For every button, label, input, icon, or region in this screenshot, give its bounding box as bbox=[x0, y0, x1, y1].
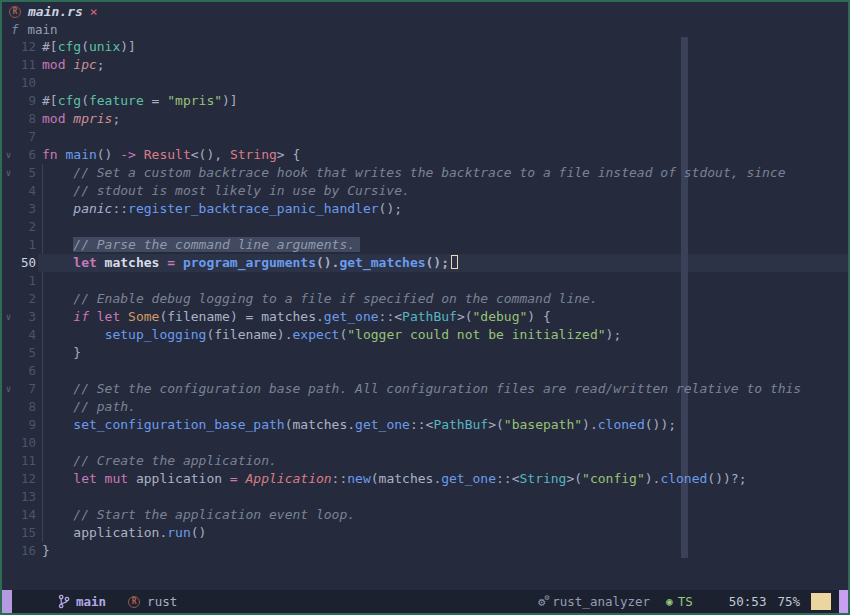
code-line[interactable]: 11 // Create the application. bbox=[2, 452, 848, 470]
code-line[interactable]: ∨5 // Set a custom backtrace hook that w… bbox=[2, 164, 848, 182]
code-text: } bbox=[36, 344, 81, 362]
code-text: let matches = program_arguments().get_ma… bbox=[36, 254, 458, 272]
function-icon: f bbox=[11, 22, 19, 37]
code-line[interactable]: 14 // Start the application event loop. bbox=[2, 506, 848, 524]
code-line[interactable]: 12#[cfg(unix)] bbox=[2, 38, 848, 56]
text-cursor bbox=[451, 255, 458, 269]
line-number: 5 bbox=[15, 344, 36, 362]
language-name: rust bbox=[147, 594, 177, 609]
code-text: // Start the application event loop. bbox=[36, 506, 355, 524]
line-number: 2 bbox=[15, 218, 36, 236]
code-line[interactable]: 7 bbox=[2, 128, 848, 146]
code-line[interactable]: 8mod mpris; bbox=[2, 110, 848, 128]
code-line[interactable]: 2 // Enable debug logging to a file if s… bbox=[2, 290, 848, 308]
lsp-name: rust_analyzer bbox=[552, 594, 650, 609]
mode-indicator-block bbox=[2, 590, 12, 613]
rust-logo-icon: R bbox=[9, 6, 21, 18]
close-icon[interactable]: × bbox=[90, 5, 98, 18]
code-text: } bbox=[36, 542, 50, 560]
line-number: 7 bbox=[15, 380, 36, 398]
line-number: 1 bbox=[15, 236, 36, 254]
code-line[interactable]: ∨7 // Set the configuration base path. A… bbox=[2, 380, 848, 398]
code-line[interactable]: ∨6fn main() -> Result<(), String> { bbox=[2, 146, 848, 164]
code-text: // Set a custom backtrace hook that writ… bbox=[36, 164, 786, 182]
line-number: 14 bbox=[15, 506, 36, 524]
line-number: 8 bbox=[15, 398, 36, 416]
code-editor[interactable]: 12#[cfg(unix)]11mod ipc;109#[cfg(feature… bbox=[2, 38, 848, 560]
code-text: fn main() -> Result<(), String> { bbox=[36, 146, 300, 164]
code-line[interactable]: 13 bbox=[2, 488, 848, 506]
line-number: 5 bbox=[15, 164, 36, 182]
tab-main-rs[interactable]: R main.rs × bbox=[9, 4, 98, 19]
code-line[interactable]: 6 bbox=[2, 362, 848, 380]
cursor-position: 50:53 bbox=[729, 594, 767, 609]
line-number: 4 bbox=[15, 326, 36, 344]
tab-bar: R main.rs × bbox=[2, 2, 848, 21]
line-number: 50 bbox=[15, 254, 36, 272]
code-text: let mut application = Application::new(m… bbox=[36, 470, 747, 488]
rust-logo-icon: R bbox=[128, 596, 140, 608]
code-line[interactable]: 9#[cfg(feature = "mpris")] bbox=[2, 92, 848, 110]
code-line[interactable]: 11mod ipc; bbox=[2, 56, 848, 74]
line-number: 16 bbox=[15, 542, 36, 560]
line-number: 10 bbox=[15, 74, 36, 92]
line-number: 1 bbox=[15, 272, 36, 290]
fold-chevron-icon[interactable]: ∨ bbox=[2, 308, 15, 326]
code-line[interactable]: 2 bbox=[2, 218, 848, 236]
code-text: set_configuration_base_path(matches.get_… bbox=[36, 416, 676, 434]
code-text: setup_logging(filename).expect("logger c… bbox=[36, 326, 621, 344]
circle-dot-icon: ◉ bbox=[666, 596, 673, 607]
code-line[interactable]: ∨3 if let Some(filename) = matches.get_o… bbox=[2, 308, 848, 326]
code-line[interactable]: 10 bbox=[2, 74, 848, 92]
tab-title: main.rs bbox=[28, 4, 83, 19]
code-text: // Parse the command line arguments. bbox=[36, 236, 355, 254]
fold-chevron-icon[interactable]: ∨ bbox=[2, 164, 15, 182]
line-number: 9 bbox=[15, 416, 36, 434]
line-number: 6 bbox=[15, 362, 36, 380]
code-line[interactable]: 15 application.run() bbox=[2, 524, 848, 542]
code-line[interactable]: 1 // Parse the command line arguments. bbox=[2, 236, 848, 254]
treesitter-indicator[interactable]: ◉ TS bbox=[666, 594, 693, 609]
lsp-indicator[interactable]: ⚙⚙ rust_analyzer bbox=[538, 594, 650, 609]
code-line[interactable]: 4 // stdout is most likely in use by Cur… bbox=[2, 182, 848, 200]
line-number: 9 bbox=[15, 92, 36, 110]
line-number: 11 bbox=[15, 452, 36, 470]
line-number: 8 bbox=[15, 110, 36, 128]
code-text: // path. bbox=[36, 398, 136, 416]
code-line[interactable]: 9 set_configuration_base_path(matches.ge… bbox=[2, 416, 848, 434]
code-text: application.run() bbox=[36, 524, 206, 542]
fold-chevron-icon[interactable]: ∨ bbox=[2, 146, 15, 164]
line-number: 7 bbox=[15, 128, 36, 146]
line-number: 3 bbox=[15, 308, 36, 326]
line-number: 10 bbox=[15, 434, 36, 452]
line-number: 13 bbox=[15, 488, 36, 506]
code-line[interactable]: 1 bbox=[2, 272, 848, 290]
code-text: // Enable debug logging to a file if spe… bbox=[36, 290, 598, 308]
breadcrumb[interactable]: f main bbox=[2, 21, 848, 38]
scroll-percent: 75% bbox=[777, 594, 800, 609]
editor-window: R main.rs × f main 12#[cfg(unix)]11mod i… bbox=[0, 0, 850, 615]
line-number: 11 bbox=[15, 56, 36, 74]
code-line[interactable]: 50 let matches = program_arguments().get… bbox=[2, 254, 848, 272]
code-line[interactable]: 3 panic::register_backtrace_panic_handle… bbox=[2, 200, 848, 218]
code-line[interactable]: 8 // path. bbox=[2, 398, 848, 416]
fold-chevron-icon[interactable]: ∨ bbox=[2, 380, 15, 398]
code-line[interactable]: 5 } bbox=[2, 344, 848, 362]
code-text: // Create the application. bbox=[36, 452, 277, 470]
language-indicator[interactable]: R rust bbox=[128, 594, 177, 609]
line-number: 12 bbox=[15, 470, 36, 488]
git-branch-indicator[interactable]: main bbox=[58, 594, 106, 609]
code-text: // stdout is most likely in use by Cursi… bbox=[36, 182, 410, 200]
code-line[interactable]: 10 bbox=[2, 434, 848, 452]
status-bar: main R rust ⚙⚙ rust_analyzer ◉ TS 50:53 … bbox=[2, 590, 848, 613]
line-number: 6 bbox=[15, 146, 36, 164]
code-text: #[cfg(feature = "mpris")] bbox=[36, 92, 238, 110]
code-line[interactable]: 4 setup_logging(filename).expect("logger… bbox=[2, 326, 848, 344]
code-text: #[cfg(unix)] bbox=[36, 38, 136, 56]
code-line[interactable]: 16} bbox=[2, 542, 848, 560]
code-line[interactable]: 12 let mut application = Application::ne… bbox=[2, 470, 848, 488]
code-text: mod mpris; bbox=[36, 110, 120, 128]
line-number: 12 bbox=[15, 38, 36, 56]
gear-icon: ⚙⚙ bbox=[538, 595, 545, 609]
code-text: mod ipc; bbox=[36, 56, 105, 74]
